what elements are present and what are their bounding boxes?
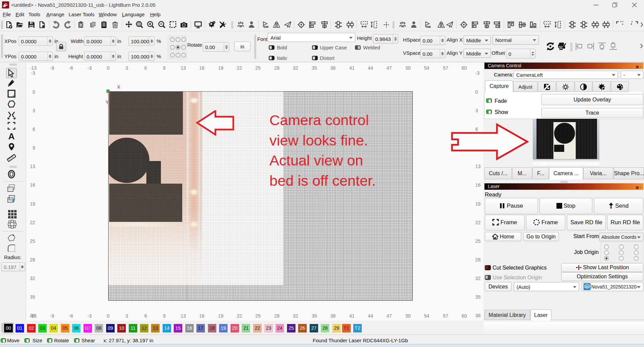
- svg-text:A: A: [8, 131, 15, 141]
- svg-text:Radius:: Radius:: [4, 254, 21, 260]
- svg-text:RD: RD: [585, 285, 589, 288]
